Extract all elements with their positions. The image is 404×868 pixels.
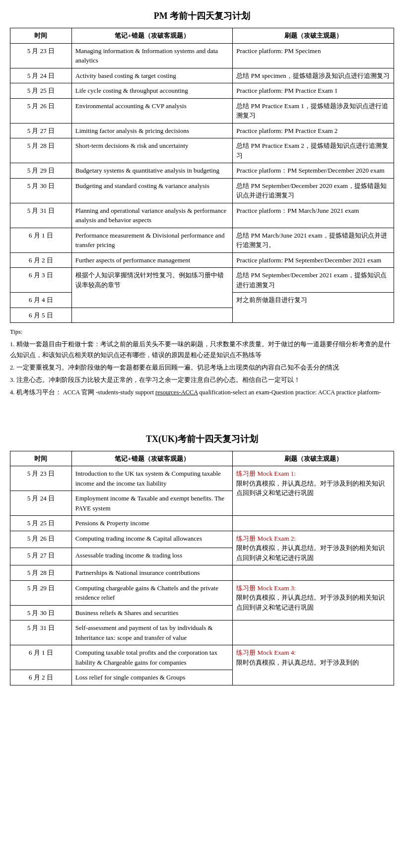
pm-section: PM 考前十四天复习计划 时间 笔记+错题（攻破客观题） 刷题（攻破主观题） 5… (10, 10, 394, 398)
tx-date-cell: 5 月 27 日 (10, 548, 72, 565)
pm-notes-cell: Budgetary systems & quantitative analysi… (71, 163, 233, 179)
pm-practice-cell: 总结 PM September/December 2020 exam，提炼错题知… (233, 178, 394, 203)
tx-notes-cell: Computing taxable total profits and the … (71, 645, 233, 670)
section-gap (10, 403, 394, 433)
tx-table: 时间 笔记+错题（攻破客观题） 刷题（攻破主观题） 5 月 23 日Introd… (10, 451, 394, 685)
tx-notes-cell: Business reliefs & Shares and securities (71, 605, 233, 620)
tx-title: TX(UK)考前十四天复习计划 (10, 433, 394, 445)
pm-header-time: 时间 (10, 28, 72, 44)
table-row: 6 月 3 日根据个人知识掌握情况针对性复习。例如练习册中错误率较高的章节总结 … (10, 268, 394, 293)
tx-date-cell: 5 月 30 日 (10, 605, 72, 620)
pm-date-cell: 5 月 24 日 (10, 68, 72, 83)
tx-practice-cell (233, 565, 394, 581)
tx-practice-cell (233, 620, 394, 645)
tx-practice-cell: 练习册 Mock Exam 3:限时仿真模拟，并认真总结。对于涉及到的相关知识点… (233, 580, 394, 620)
tx-date-cell: 5 月 25 日 (10, 516, 72, 531)
tx-date-cell: 6 月 2 日 (10, 670, 72, 685)
tx-table-header-row: 时间 笔记+错题（攻破客观题） 刷题（攻破主观题） (10, 451, 394, 466)
pm-notes-cell: Planning and operational variance analys… (71, 203, 233, 228)
tx-practice-cell: 练习册 Mock Exam 1:限时仿真模拟，并认真总结。对于涉及到的相关知识点… (233, 466, 394, 516)
table-row: 5 月 29 日Budgetary systems & quantitative… (10, 163, 394, 179)
pm-date-cell: 6 月 3 日 (10, 268, 72, 293)
table-row: 5 月 31 日Planning and operational varianc… (10, 203, 394, 228)
pm-notes-cell: Performance measurement & Divisional per… (71, 228, 233, 252)
pm-date-cell: 5 月 31 日 (10, 203, 72, 228)
table-row: 5 月 23 日Managing information & Informati… (10, 43, 394, 68)
tip-item: 4. 机考练习平台： ACCA 官网 -students-study suppo… (10, 387, 394, 398)
tx-practice-cell: 练习册 Mock Exam 2:限时仿真模拟，并认真总结。对于涉及到的相关知识点… (233, 531, 394, 565)
tips-label: Tips: (10, 327, 394, 337)
tx-notes-cell: Pensions & Property income (71, 516, 233, 531)
pm-practice-cell: Practice platform: PM Practice Exam 1 (233, 83, 394, 99)
pm-practice-cell: 总结 PM specimen，提炼错题涉及知识点进行追溯复习 (233, 68, 394, 83)
table-row: 5 月 29 日Computing chargeable gains & Cha… (10, 580, 394, 605)
tx-date-cell: 5 月 24 日 (10, 491, 72, 516)
pm-table: 时间 笔记+错题（攻破客观题） 刷题（攻破主观题） 5 月 23 日Managi… (10, 28, 394, 323)
pm-header-practice: 刷题（攻破主观题） (233, 28, 394, 44)
pm-notes-cell: Environmental accounting & CVP analysis (71, 98, 233, 123)
table-row: 5 月 30 日Budgeting and standard costing &… (10, 178, 394, 203)
table-row: 5 月 26 日Computing trading income & Capit… (10, 531, 394, 548)
pm-date-cell: 6 月 1 日 (10, 228, 72, 252)
pm-notes-cell: Activity based costing & target costing (71, 68, 233, 83)
pm-table-header-row: 时间 笔记+错题（攻破客观题） 刷题（攻破主观题） (10, 28, 394, 44)
pm-notes-cell: Limiting factor analysis & pricing decis… (71, 123, 233, 138)
tx-date-cell: 5 月 28 日 (10, 565, 72, 581)
pm-practice-cell: Practice platform: PM Specimen (233, 43, 394, 68)
tx-notes-cell: Computing chargeable gains & Chattels an… (71, 580, 233, 605)
tx-notes-cell: Assessable trading income & trading loss (71, 548, 233, 565)
table-row: 5 月 31 日Self-assessment and payment of t… (10, 620, 394, 645)
pm-title: PM 考前十四天复习计划 (10, 10, 394, 22)
tx-date-cell: 5 月 29 日 (10, 580, 72, 605)
pm-practice-cell: 对之前所做题目进行复习 (233, 293, 394, 323)
tx-notes-cell: Loss relief for single companies & Group… (71, 670, 233, 685)
pm-practice-cell: Practice platform: PM Practice Exam 2 (233, 123, 394, 138)
pm-date-cell: 5 月 27 日 (10, 123, 72, 138)
tx-date-cell: 6 月 1 日 (10, 645, 72, 670)
pm-date-cell: 5 月 23 日 (10, 43, 72, 68)
tip-item: 2. 一定要重视复习。冲刺阶段做的每一套题都要在最后回顾一遍。切忌考场上出现类似… (10, 363, 394, 373)
pm-practice-cell: 总结 PM March/June 2021 exam，提炼错题知识点并进行追溯复… (233, 228, 394, 252)
table-row: 5 月 25 日Pensions & Property income (10, 516, 394, 531)
tx-header-practice: 刷题（攻破主观题） (233, 451, 394, 466)
pm-header-notes: 笔记+错题（攻破客观题） (71, 28, 233, 44)
pm-notes-cell: Budgeting and standard costing & varianc… (71, 178, 233, 203)
pm-practice-cell: Practice platform：PM March/June 2021 exa… (233, 203, 394, 228)
tx-date-cell: 5 月 23 日 (10, 466, 72, 491)
pm-notes-cell: 根据个人知识掌握情况针对性复习。例如练习册中错误率较高的章节 (71, 268, 233, 308)
tx-notes-cell: Introduction to the UK tax system & Comp… (71, 466, 233, 491)
tx-notes-cell: Computing trading income & Capital allow… (71, 531, 233, 548)
table-row: 6 月 1 日Computing taxable total profits a… (10, 645, 394, 670)
pm-date-cell: 6 月 5 日 (10, 308, 72, 323)
pm-date-cell: 5 月 29 日 (10, 163, 72, 179)
pm-notes-cell: Further aspects of performance managemen… (71, 252, 233, 268)
table-row: 5 月 27 日Limiting factor analysis & prici… (10, 123, 394, 138)
tx-notes-cell: Self-assessment and payment of tax by in… (71, 620, 233, 645)
tx-practice-cell: 练习册 Mock Exam 4:限时仿真模拟，并认真总结。对于涉及到的 (233, 645, 394, 685)
table-row: 5 月 28 日Short-term decisions & risk and … (10, 138, 394, 163)
tx-notes-cell: Partnerships & National insurance contri… (71, 565, 233, 581)
tip-item: 3. 注意心态。冲刺阶段压力比较大是正常的，在学习之余一定要注意自己的心态。相信… (10, 375, 394, 385)
pm-date-cell: 5 月 30 日 (10, 178, 72, 203)
table-row: 5 月 26 日Environmental accounting & CVP a… (10, 98, 394, 123)
pm-date-cell: 5 月 25 日 (10, 83, 72, 99)
tx-notes-cell: Employment income & Taxable and exempt b… (71, 491, 233, 516)
pm-date-cell: 6 月 2 日 (10, 252, 72, 268)
pm-notes-cell: Managing information & Information syste… (71, 43, 233, 68)
pm-notes-cell (71, 308, 233, 323)
tx-practice-cell (233, 516, 394, 531)
tx-header-notes: 笔记+错题（攻破客观题） (71, 451, 233, 466)
table-row: 5 月 23 日Introduction to the UK tax syste… (10, 466, 394, 491)
pm-practice-cell: Practice platform: PM September/December… (233, 252, 394, 268)
table-row: 6 月 1 日Performance measurement & Divisio… (10, 228, 394, 252)
pm-practice-cell: 总结 PM Practice Exam 2，提炼错题知识点进行追溯复习 (233, 138, 394, 163)
tx-section: TX(UK)考前十四天复习计划 时间 笔记+错题（攻破客观题） 刷题（攻破主观题… (10, 433, 394, 685)
pm-notes-cell: Life cycle costing & throughput accounti… (71, 83, 233, 99)
pm-tips-list: 1. 精做一套题目由于粗做十套：考试之前的最后关头不要一味的刷题，只求数量不求质… (10, 339, 394, 398)
table-row: 6 月 2 日Further aspects of performance ma… (10, 252, 394, 268)
table-row: 5 月 24 日Activity based costing & target … (10, 68, 394, 83)
pm-practice-cell: 总结 PM September/December 2021 exam，提炼知识点… (233, 268, 394, 293)
tx-header-time: 时间 (10, 451, 72, 466)
tx-date-cell: 5 月 31 日 (10, 620, 72, 645)
pm-date-cell: 5 月 28 日 (10, 138, 72, 163)
